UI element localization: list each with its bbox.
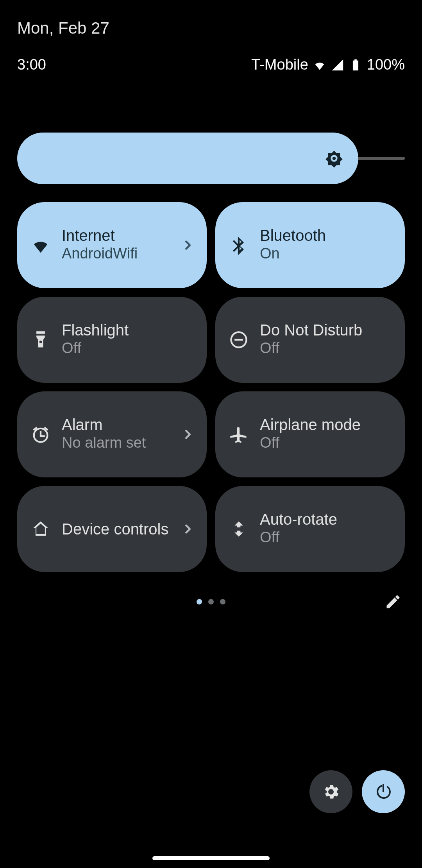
qs-tile-sub: On: [260, 244, 392, 263]
gesture-nav-pill[interactable]: [152, 856, 270, 860]
qs-tile-flashlight[interactable]: FlashlightOff: [17, 297, 207, 383]
signal-icon: [331, 58, 344, 72]
bluetooth-icon: [229, 235, 249, 255]
chevron-right-icon: [182, 240, 193, 251]
chevron-right-icon: [182, 429, 193, 440]
footer-actions: [309, 770, 405, 813]
qs-tile-sub: No alarm set: [62, 433, 172, 452]
page-dot[interactable]: [197, 599, 202, 604]
qs-tile-sub: AndroidWifi: [62, 244, 172, 263]
qs-tile-text: Do Not DisturbOff: [260, 321, 392, 358]
qs-tile-title: Internet: [62, 227, 172, 244]
alarm-icon: [30, 424, 51, 445]
page-dot[interactable]: [208, 599, 214, 604]
page-indicator: [197, 599, 225, 604]
power-button[interactable]: [362, 770, 405, 813]
qs-tile-text: Auto-rotateOff: [260, 511, 392, 547]
qs-tile-title: Airplane mode: [260, 416, 392, 433]
battery-icon: [349, 58, 362, 72]
qs-tile-internet[interactable]: InternetAndroidWifi: [17, 202, 207, 288]
qs-tile-title: Alarm: [62, 416, 172, 433]
edit-icon: [384, 593, 402, 610]
qs-tiles: InternetAndroidWifiBluetoothOnFlashlight…: [17, 202, 405, 572]
rotate-icon: [229, 519, 249, 539]
brightness-icon: [324, 148, 344, 169]
power-icon: [374, 782, 393, 801]
qs-tile-alarm[interactable]: AlarmNo alarm set: [17, 391, 207, 477]
wifi-icon: [30, 235, 51, 255]
date-label: Mon, Feb 27: [0, 0, 422, 44]
qs-tile-sub: Off: [62, 339, 193, 358]
wifi-icon: [313, 58, 326, 72]
qs-tile-text: Device controls: [62, 520, 172, 538]
page-dot[interactable]: [220, 599, 225, 604]
chevron-right-icon: [182, 524, 193, 534]
qs-tile-text: InternetAndroidWifi: [62, 227, 172, 263]
edit-tiles-button[interactable]: [381, 590, 405, 613]
settings-button[interactable]: [309, 770, 352, 813]
qs-tile-title: Flashlight: [62, 321, 193, 339]
airplane-icon: [229, 424, 249, 445]
qs-tile-title: Bluetooth: [260, 227, 392, 244]
qs-tile-title: Auto-rotate: [260, 511, 392, 528]
dnd-icon: [229, 330, 249, 350]
qs-tile-title: Device controls: [62, 520, 172, 538]
qs-tile-sub: Off: [260, 339, 392, 358]
qs-tile-dnd[interactable]: Do Not DisturbOff: [215, 297, 405, 383]
qs-tile-bluetooth[interactable]: BluetoothOn: [215, 202, 405, 288]
status-time: 3:00: [17, 56, 46, 73]
flashlight-icon: [30, 330, 51, 350]
qs-tile-device-controls[interactable]: Device controls: [17, 486, 207, 572]
brightness-slider[interactable]: [17, 133, 405, 184]
qs-tile-text: AlarmNo alarm set: [62, 416, 172, 452]
qs-tile-sub: Off: [260, 528, 392, 547]
gear-icon: [322, 782, 340, 801]
status-carrier: T-Mobile: [251, 56, 308, 73]
pager-row: [17, 590, 405, 613]
brightness-fill: [17, 133, 358, 184]
qs-tile-auto-rotate[interactable]: Auto-rotateOff: [215, 486, 405, 572]
home-icon: [30, 519, 51, 539]
status-battery-text: 100%: [367, 56, 405, 73]
status-bar: 3:00 T-Mobile 100%: [0, 44, 422, 78]
qs-tile-text: Airplane modeOff: [260, 416, 392, 452]
qs-tile-title: Do Not Disturb: [260, 321, 392, 339]
qs-tile-airplane[interactable]: Airplane modeOff: [215, 391, 405, 477]
qs-tile-text: BluetoothOn: [260, 227, 392, 263]
qs-tile-sub: Off: [260, 433, 392, 452]
qs-tile-text: FlashlightOff: [62, 321, 193, 358]
